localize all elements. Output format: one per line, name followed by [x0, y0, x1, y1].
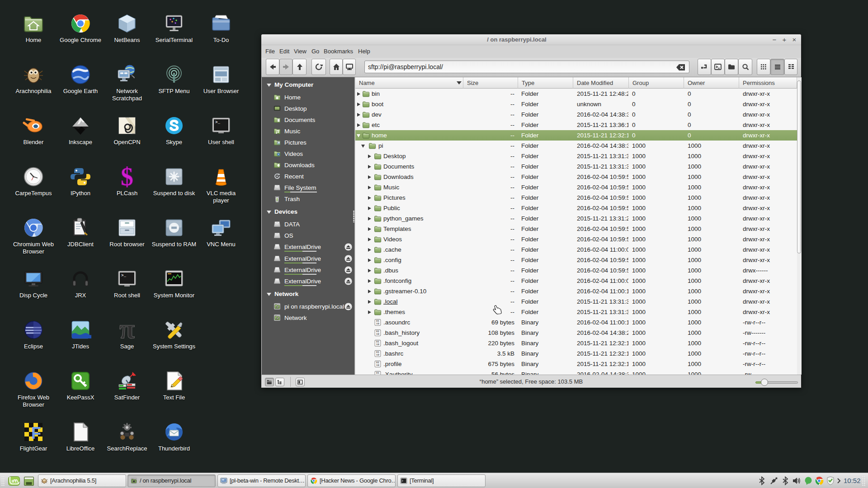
svg-text:$: $ [121, 166, 133, 188]
svg-text:>_: >_ [121, 273, 126, 278]
svg-text:F: F [31, 424, 41, 442]
svg-text:>_: >_ [215, 120, 220, 125]
svg-text:π: π [119, 319, 135, 341]
